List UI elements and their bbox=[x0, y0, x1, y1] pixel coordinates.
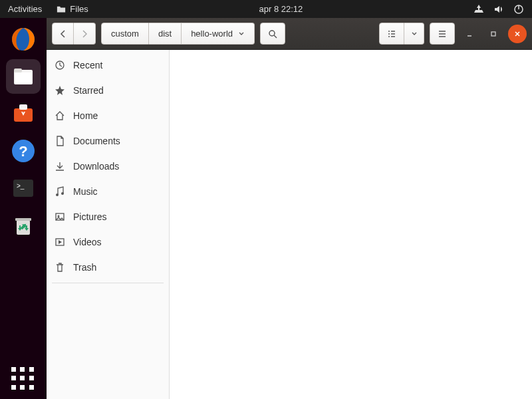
chevron-right-icon bbox=[80, 30, 88, 38]
svg-rect-4 bbox=[14, 68, 22, 72]
folder-icon bbox=[57, 5, 66, 14]
sidebar-item[interactable]: Starred bbox=[47, 78, 169, 103]
chevron-left-icon bbox=[59, 30, 67, 38]
sidebar-item[interactable]: Trash bbox=[47, 255, 169, 280]
svg-point-20 bbox=[61, 192, 64, 195]
activities-button[interactable]: Activities bbox=[8, 4, 42, 14]
dock-files[interactable] bbox=[6, 59, 41, 94]
svg-point-14 bbox=[269, 31, 275, 36]
music-icon bbox=[55, 186, 65, 197]
star-icon bbox=[55, 85, 65, 96]
sidebar-item[interactable]: Music bbox=[47, 179, 169, 204]
svg-text:>_: >_ bbox=[17, 182, 25, 190]
maximize-button[interactable] bbox=[484, 25, 503, 43]
sidebar-label: Downloads bbox=[73, 161, 119, 172]
path-segment[interactable]: custom bbox=[101, 23, 149, 45]
svg-text:?: ? bbox=[19, 143, 27, 160]
maximize-icon bbox=[489, 30, 497, 38]
hamburger-menu[interactable] bbox=[430, 23, 455, 45]
dock-help[interactable]: ? bbox=[6, 134, 41, 168]
close-button[interactable] bbox=[508, 25, 527, 43]
current-app[interactable]: Files bbox=[57, 4, 88, 14]
clock-icon bbox=[55, 60, 65, 70]
svg-point-19 bbox=[56, 194, 59, 196]
sidebar-item[interactable]: Home bbox=[47, 103, 169, 128]
down-icon bbox=[55, 161, 65, 172]
trash-icon bbox=[55, 262, 65, 273]
files-window: custom dist hello-world RecentStarredHom… bbox=[47, 18, 532, 399]
sidebar-item[interactable]: Recent bbox=[47, 53, 169, 78]
pic-icon bbox=[55, 211, 65, 222]
chevron-down-icon bbox=[238, 31, 245, 37]
dock-trash[interactable] bbox=[6, 208, 41, 243]
dock-terminal[interactable]: >_ bbox=[6, 171, 41, 205]
minimize-button[interactable] bbox=[460, 25, 479, 43]
sidebar-label: Pictures bbox=[73, 211, 107, 222]
path-segment[interactable]: hello-world bbox=[182, 23, 255, 45]
sidebar-label: Home bbox=[73, 110, 98, 121]
menu-icon bbox=[438, 29, 447, 39]
sidebar-label: Recent bbox=[73, 60, 102, 70]
sidebar-item[interactable]: Videos bbox=[47, 229, 169, 255]
sidebar-label: Music bbox=[73, 186, 98, 197]
minimize-icon bbox=[466, 30, 473, 38]
chevron-down-icon bbox=[411, 31, 418, 37]
forward-button[interactable] bbox=[74, 23, 96, 45]
sidebar-item[interactable]: Documents bbox=[47, 128, 169, 154]
search-icon bbox=[268, 29, 277, 39]
back-button[interactable] bbox=[52, 23, 74, 45]
svg-line-15 bbox=[274, 35, 277, 38]
svg-rect-17 bbox=[491, 32, 495, 36]
sidebar-item[interactable]: Pictures bbox=[47, 204, 169, 229]
file-view[interactable] bbox=[170, 50, 532, 399]
view-dropdown-button[interactable] bbox=[404, 23, 424, 45]
show-applications[interactable] bbox=[11, 367, 35, 391]
power-icon[interactable] bbox=[513, 4, 524, 15]
header-bar: custom dist hello-world bbox=[47, 18, 532, 50]
search-button[interactable] bbox=[260, 23, 285, 45]
network-icon[interactable] bbox=[473, 4, 484, 15]
dock: ? >_ bbox=[0, 18, 47, 399]
svg-rect-13 bbox=[15, 218, 31, 221]
dock-software[interactable] bbox=[6, 96, 41, 131]
doc-icon bbox=[55, 136, 65, 146]
svg-rect-5 bbox=[15, 72, 31, 83]
video-icon bbox=[55, 237, 65, 247]
sidebar-label: Videos bbox=[73, 237, 102, 247]
path-bar: custom dist hello-world bbox=[101, 23, 255, 45]
home-icon bbox=[55, 110, 65, 121]
sidebar-label: Documents bbox=[73, 136, 120, 146]
sidebar-item[interactable]: Downloads bbox=[47, 154, 169, 179]
path-segment[interactable]: dist bbox=[149, 23, 182, 45]
dock-firefox[interactable] bbox=[6, 22, 41, 57]
clock[interactable]: apr 8 22:12 bbox=[88, 4, 473, 14]
list-icon bbox=[387, 29, 396, 39]
view-icon-button[interactable] bbox=[379, 23, 404, 45]
sidebar-label: Trash bbox=[73, 262, 96, 273]
svg-point-22 bbox=[58, 215, 60, 217]
top-bar: Activities Files apr 8 22:12 bbox=[0, 0, 532, 18]
sidebar: RecentStarredHomeDocumentsDownloadsMusic… bbox=[47, 50, 170, 399]
svg-rect-7 bbox=[19, 104, 27, 110]
sidebar-label: Starred bbox=[73, 85, 104, 96]
close-icon bbox=[513, 30, 521, 38]
volume-icon[interactable] bbox=[493, 4, 504, 15]
